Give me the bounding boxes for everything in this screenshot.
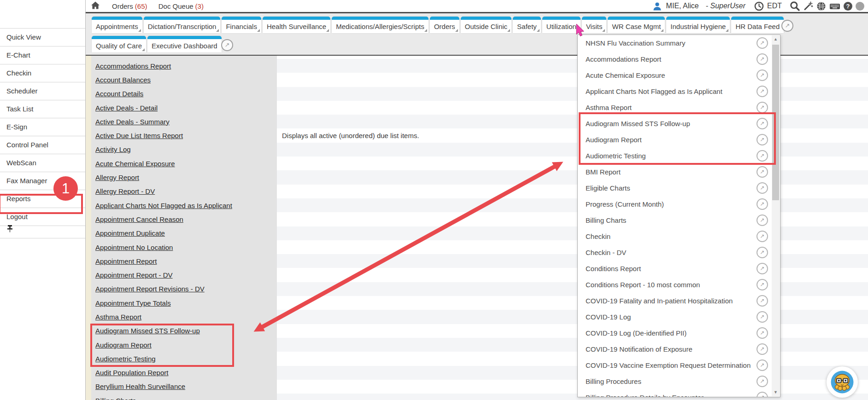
open-in-new-icon[interactable]: ↗ <box>757 102 768 113</box>
report-link[interactable]: Appointment Type Totals <box>95 299 171 307</box>
tab[interactable]: Safety <box>513 17 541 33</box>
report-link[interactable]: Audit Population Report <box>95 369 168 377</box>
open-in-new-icon[interactable]: ↗ <box>757 295 768 307</box>
sidebar-item[interactable]: Reports <box>0 190 85 208</box>
tab[interactable]: Outside Clinic <box>461 17 512 33</box>
report-link[interactable]: Acute Chemical Exposure <box>95 160 175 168</box>
tab[interactable]: Industrial Hygiene <box>666 17 730 33</box>
search-icon[interactable] <box>790 1 800 11</box>
scrollbar-thumb[interactable] <box>772 45 779 200</box>
open-in-new-icon[interactable]: ↗ <box>757 359 768 371</box>
home-button[interactable] <box>91 1 100 11</box>
report-link[interactable]: Active Deals - Summary <box>95 118 170 126</box>
report-link[interactable]: Activity Log <box>95 145 131 153</box>
menu-item[interactable]: Accommodations Report ↗ <box>578 51 780 67</box>
menu-item[interactable]: Audiogram Missed STS Follow-up ↗ <box>578 116 780 132</box>
report-link[interactable]: Applicant Charts Not Flagged as Is Appli… <box>95 202 232 209</box>
menu-item[interactable]: BMI Report ↗ <box>578 164 780 180</box>
open-in-new-icon[interactable]: ↗ <box>757 392 768 397</box>
open-in-new-icon[interactable]: ↗ <box>757 198 768 210</box>
topbar-nav-item[interactable]: Orders(65) <box>112 2 147 10</box>
open-in-new-icon[interactable]: ↗ <box>757 86 768 97</box>
menu-item[interactable]: Eligible Charts ↗ <box>578 180 780 196</box>
globe-icon[interactable] <box>816 1 826 11</box>
menu-item[interactable]: Audiogram Report ↗ <box>578 132 780 148</box>
open-in-new-icon[interactable]: ↗ <box>757 311 768 323</box>
menu-item[interactable]: Conditions Report ↗ <box>578 261 780 277</box>
tab[interactable]: Orders <box>430 17 459 33</box>
report-link[interactable]: Appointment No Location <box>95 243 173 251</box>
menu-item[interactable]: COVID-19 Log ↗ <box>578 309 780 325</box>
tab[interactable]: Utilization <box>542 17 581 33</box>
open-in-new-icon[interactable]: ↗ <box>757 118 768 129</box>
open-in-new-icon[interactable]: ↗ <box>757 134 768 145</box>
report-link[interactable]: Appointment Cancel Reason <box>95 215 183 223</box>
open-in-new-icon[interactable]: ↗ <box>757 263 768 274</box>
tab[interactable]: Executive Dashboard <box>147 36 222 52</box>
sidebar-item[interactable]: Fax Manager <box>0 172 85 190</box>
sidebar-item[interactable]: WebScan <box>0 154 85 172</box>
menu-item[interactable]: COVID-19 Log (De-identified PII) ↗ <box>578 325 780 341</box>
report-link[interactable]: Audiometric Testing <box>95 355 156 363</box>
menu-item[interactable]: COVID-19 Notification of Exposure ↗ <box>578 341 780 357</box>
report-link[interactable]: Active Deals - Detail <box>95 104 158 112</box>
report-link[interactable]: Appointment Report - DV <box>95 271 173 279</box>
status-indicator-icon[interactable] <box>856 2 864 11</box>
scroll-up-arrow[interactable]: ▲ <box>772 35 780 43</box>
report-link[interactable]: Appointment Report Revisions - DV <box>95 285 205 293</box>
wand-icon[interactable] <box>803 1 813 11</box>
sidebar-item[interactable]: Control Panel <box>0 136 85 154</box>
open-in-new-icon[interactable]: ↗ <box>757 231 768 242</box>
menu-item[interactable]: Acute Chemical Exposure ↗ <box>578 67 780 83</box>
topbar-nav-item[interactable]: Doc Queue(3) <box>158 2 204 10</box>
report-link[interactable]: Billing Charts <box>95 397 136 400</box>
open-in-new-icon[interactable]: ↗ <box>757 279 768 290</box>
tab[interactable]: WR Case Mgmt <box>608 17 665 33</box>
open-in-new-icon[interactable]: ↗ <box>757 53 768 65</box>
open-in-new-icon[interactable]: ↗ <box>781 20 793 32</box>
open-in-new-icon[interactable]: ↗ <box>757 214 768 226</box>
tab[interactable]: Dictation/Transcription <box>144 17 221 33</box>
menu-item[interactable]: Asthma Report ↗ <box>578 99 780 116</box>
open-in-new-icon[interactable]: ↗ <box>221 39 233 51</box>
report-link[interactable]: Active Due List Items Report <box>95 132 183 139</box>
sidebar-item[interactable]: Scheduler <box>0 82 85 100</box>
open-in-new-icon[interactable]: ↗ <box>757 182 768 194</box>
menu-item[interactable]: Billing Procedures ↗ <box>578 373 780 389</box>
menu-item[interactable]: Checkin - DV ↗ <box>578 244 780 261</box>
report-link[interactable]: Account Details <box>95 90 143 98</box>
report-link[interactable]: Beryllium Health Surveillance <box>95 383 185 390</box>
report-link[interactable]: Allergy Report <box>95 174 139 181</box>
tab[interactable]: Health Surveillance <box>263 17 330 33</box>
open-in-new-icon[interactable]: ↗ <box>757 327 768 339</box>
tab[interactable]: Visits <box>582 17 607 33</box>
tab[interactable]: Financials <box>222 17 261 33</box>
report-link[interactable]: Appointment Duplicate <box>95 229 165 237</box>
report-link[interactable]: Account Balances <box>95 76 151 84</box>
menu-item[interactable]: NHSN Flu Vaccination Summary ↗ <box>578 35 780 51</box>
report-link[interactable]: Asthma Report <box>95 313 141 321</box>
mascot-help-button[interactable] <box>827 366 858 398</box>
report-link[interactable]: Audiogram Missed STS Follow-up <box>95 327 200 335</box>
menu-item[interactable]: Applicant Charts Not Flagged as Is Appli… <box>578 83 780 99</box>
menu-item[interactable]: Checkin ↗ <box>578 228 780 244</box>
menu-item[interactable]: Audiometric Testing ↗ <box>578 148 780 164</box>
sidebar-item[interactable]: Checkin <box>0 64 85 82</box>
help-icon[interactable]: ? <box>844 2 852 11</box>
report-link[interactable]: Audiogram Report <box>95 341 152 349</box>
menu-item[interactable]: Billing Charts ↗ <box>578 212 780 228</box>
menu-item[interactable]: COVID-19 Fatality and In-patient Hospita… <box>578 293 780 309</box>
open-in-new-icon[interactable]: ↗ <box>757 166 768 178</box>
tab[interactable]: Appointments <box>92 17 142 33</box>
keyboard-icon[interactable] <box>829 1 840 11</box>
sidebar-item[interactable]: Quick View <box>0 29 85 46</box>
tab[interactable]: Medications/Allergies/Scripts <box>332 17 428 33</box>
open-in-new-icon[interactable]: ↗ <box>757 376 768 387</box>
dropdown-scrollbar[interactable]: ▲ ▼ <box>772 35 780 396</box>
menu-item[interactable]: COVID-19 Vaccine Exemption Request Deter… <box>578 357 780 373</box>
open-in-new-icon[interactable]: ↗ <box>757 247 768 258</box>
sidebar-pin-toggle[interactable] <box>0 220 85 238</box>
menu-item[interactable]: Conditions Report - 10 most common ↗ <box>578 277 780 293</box>
sidebar-item[interactable]: Task List <box>0 100 85 118</box>
sidebar-item[interactable]: E-Chart <box>0 46 85 64</box>
